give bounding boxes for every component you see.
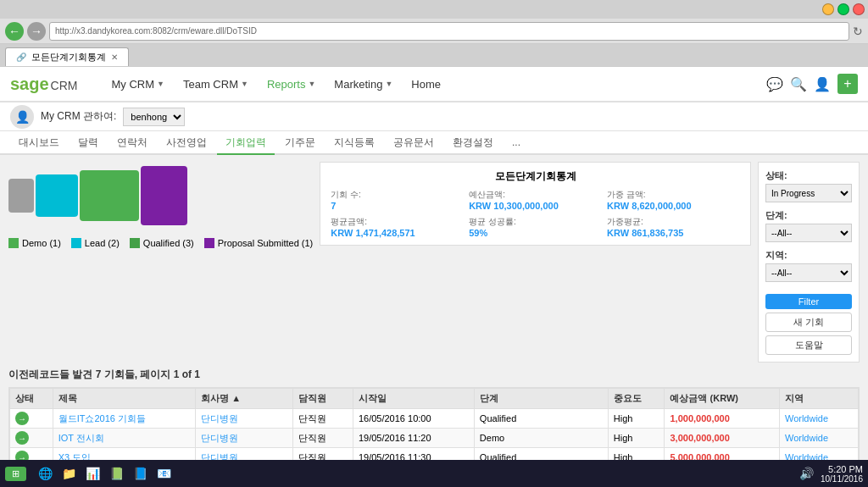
subnav-knowledge[interactable]: 지식등록 bbox=[326, 132, 383, 155]
taskbar-volume[interactable]: 🔊 bbox=[797, 463, 817, 484]
cell-importance: High bbox=[608, 409, 665, 429]
main-nav: My CRM ▼ Team CRM ▼ Reports ▼ Marketing … bbox=[103, 73, 749, 96]
subnav-presales[interactable]: 사전영업 bbox=[158, 132, 215, 155]
chat-icon[interactable]: 💬 bbox=[766, 75, 783, 92]
stage-select[interactable]: --All-- bbox=[765, 224, 852, 242]
table-row: → IOT 전시회 단디병원 단직원 19/05/2016 11:20 Demo… bbox=[10, 429, 859, 448]
minimize-btn[interactable] bbox=[822, 3, 834, 15]
legend-demo: Demo (1) bbox=[8, 238, 61, 248]
col-region[interactable]: 지역 bbox=[779, 389, 858, 409]
legend-color-proposal bbox=[204, 238, 214, 248]
stats-panel: 모든단계기회통계 기회 수: 7 예산금액: KRW 10,300,000,00… bbox=[320, 162, 751, 246]
tab-title: 모든단계기회통계 bbox=[31, 51, 106, 64]
add-button[interactable]: + bbox=[837, 74, 858, 94]
subnav-calendar[interactable]: 달력 bbox=[70, 132, 107, 155]
col-stage[interactable]: 단계 bbox=[474, 389, 608, 409]
subnav-dashboard[interactable]: 대시보드 bbox=[10, 132, 68, 155]
right-panel: 상태: In Progress 단계: --All-- 지역: --All-- … bbox=[758, 162, 860, 362]
svg-rect-1 bbox=[36, 174, 78, 217]
taskbar-powerpoint[interactable]: 📊 bbox=[82, 463, 103, 484]
legend-color-demo bbox=[8, 238, 19, 248]
tab-icon: 🔗 bbox=[16, 53, 26, 62]
logo-area: sageCRM bbox=[10, 75, 86, 94]
taskbar-explorer[interactable]: 📁 bbox=[58, 463, 79, 484]
taskbar-outlook[interactable]: 📧 bbox=[153, 463, 174, 484]
subnav-opportunities[interactable]: 기회업력 bbox=[217, 132, 275, 155]
subnav-shared-docs[interactable]: 공유문서 bbox=[385, 132, 442, 155]
tab-bar: 🔗 모든단계기회통계 ✕ bbox=[0, 44, 868, 66]
stat-avg-value: 평균금액: KRW 1,471,428,571 bbox=[331, 216, 464, 238]
cell-amount: 1,000,000,000 bbox=[665, 409, 779, 429]
filter-button[interactable]: Filter bbox=[765, 294, 852, 309]
nav-reports[interactable]: Reports ▼ bbox=[259, 73, 324, 96]
cell-status: → bbox=[10, 409, 53, 429]
user-icon[interactable]: 👤 bbox=[814, 75, 831, 92]
search-icon[interactable]: 🔍 bbox=[790, 75, 807, 92]
browser-tab[interactable]: 🔗 모든단계기회통계 ✕ bbox=[5, 47, 129, 66]
row-icon[interactable]: → bbox=[15, 431, 29, 445]
subnav-settings[interactable]: 환경설정 bbox=[444, 132, 502, 155]
user-bar: 👤 My CRM 관하여: benhong bbox=[0, 102, 868, 131]
company-link[interactable]: 단디병원 bbox=[201, 433, 238, 443]
subnav-more[interactable]: ... bbox=[504, 133, 529, 153]
legend-proposal: Proposal Submitted (1) bbox=[204, 238, 314, 248]
forward-button[interactable]: → bbox=[27, 22, 46, 41]
maximize-btn[interactable] bbox=[837, 3, 849, 15]
cell-employee: 단직원 bbox=[292, 429, 353, 448]
refresh-icon[interactable]: ↻ bbox=[853, 25, 863, 38]
svg-rect-2 bbox=[80, 170, 139, 221]
title-link[interactable]: 월드IT쇼2016 기회들 bbox=[58, 413, 146, 423]
subnav-contacts[interactable]: 연락처 bbox=[108, 132, 156, 155]
cell-status: → bbox=[10, 429, 53, 448]
title-link[interactable]: IOT 전시회 bbox=[58, 433, 104, 443]
sub-nav: 대시보드 달력 연락처 사전영업 기회업력 기주문 지식등록 공유문서 환경설정… bbox=[0, 131, 868, 155]
col-amount[interactable]: 예상금액 (KRW) bbox=[665, 389, 779, 409]
browser-toolbar: ← → http://x3.dandykorea.com:8082/crm/ew… bbox=[0, 19, 868, 44]
nav-team-crm[interactable]: Team CRM ▼ bbox=[175, 73, 257, 96]
cell-stage: Qualified bbox=[474, 409, 608, 429]
user-select[interactable]: benhong bbox=[123, 108, 185, 126]
nav-my-crm[interactable]: My CRM ▼ bbox=[103, 73, 172, 96]
sage-logo: sageCRM bbox=[10, 75, 77, 94]
taskbar-clock: 5:20 PM 10/11/2016 bbox=[821, 464, 863, 484]
company-link[interactable]: 단디병원 bbox=[201, 413, 238, 423]
col-status[interactable]: 상태 bbox=[10, 389, 53, 409]
col-date[interactable]: 시작일 bbox=[353, 389, 474, 409]
col-importance[interactable]: 중요도 bbox=[608, 389, 665, 409]
svg-rect-0 bbox=[8, 179, 34, 213]
row-icon[interactable]: → bbox=[15, 412, 29, 425]
nav-arrow: ▼ bbox=[241, 80, 248, 88]
address-bar[interactable]: http://x3.dandykorea.com:8082/crm/eware.… bbox=[49, 22, 849, 41]
region-select[interactable]: --All-- bbox=[765, 263, 852, 282]
nav-home[interactable]: Home bbox=[403, 73, 449, 96]
help-button[interactable]: 도움말 bbox=[765, 335, 852, 355]
user-label: My CRM 관하여: bbox=[41, 109, 116, 124]
stat-avg-success: 평균 성공률: 59% bbox=[469, 216, 602, 238]
col-employee[interactable]: 담직원 bbox=[292, 389, 353, 409]
app-header: sageCRM My CRM ▼ Team CRM ▼ Reports ▼ Ma… bbox=[0, 67, 868, 102]
subnav-orders[interactable]: 기주문 bbox=[276, 132, 324, 155]
header-icons: 💬 🔍 👤 + bbox=[766, 74, 858, 94]
close-btn[interactable] bbox=[853, 3, 865, 15]
filter-stage: 단계: --All-- bbox=[765, 209, 852, 242]
browser-titlebar bbox=[0, 0, 868, 19]
taskbar-excel[interactable]: 📗 bbox=[106, 463, 126, 484]
tab-close-icon[interactable]: ✕ bbox=[111, 53, 118, 62]
start-button[interactable]: ⊞ bbox=[5, 467, 26, 481]
filter-status: 상태: In Progress bbox=[765, 169, 852, 202]
nav-arrow: ▼ bbox=[157, 80, 164, 88]
nav-arrow: ▼ bbox=[385, 80, 392, 88]
nav-marketing[interactable]: Marketing ▼ bbox=[326, 73, 401, 96]
legend-color-qualified bbox=[130, 238, 140, 248]
taskbar-ie[interactable]: 🌐 bbox=[35, 463, 55, 484]
legend-lead: Lead (2) bbox=[71, 238, 120, 248]
col-company[interactable]: 회사명 ▲ bbox=[196, 389, 293, 409]
new-opportunity-button[interactable]: 새 기회 bbox=[765, 313, 852, 332]
back-button[interactable]: ← bbox=[5, 22, 24, 41]
cell-employee: 단직원 bbox=[292, 409, 353, 429]
taskbar-word[interactable]: 📘 bbox=[130, 463, 150, 484]
cell-date: 16/05/2016 10:00 bbox=[353, 409, 474, 429]
col-title[interactable]: 제목 bbox=[53, 389, 196, 409]
status-select[interactable]: In Progress bbox=[765, 184, 852, 202]
stat-weighted: 가중 금액: KRW 8,620,000,000 bbox=[607, 189, 740, 211]
